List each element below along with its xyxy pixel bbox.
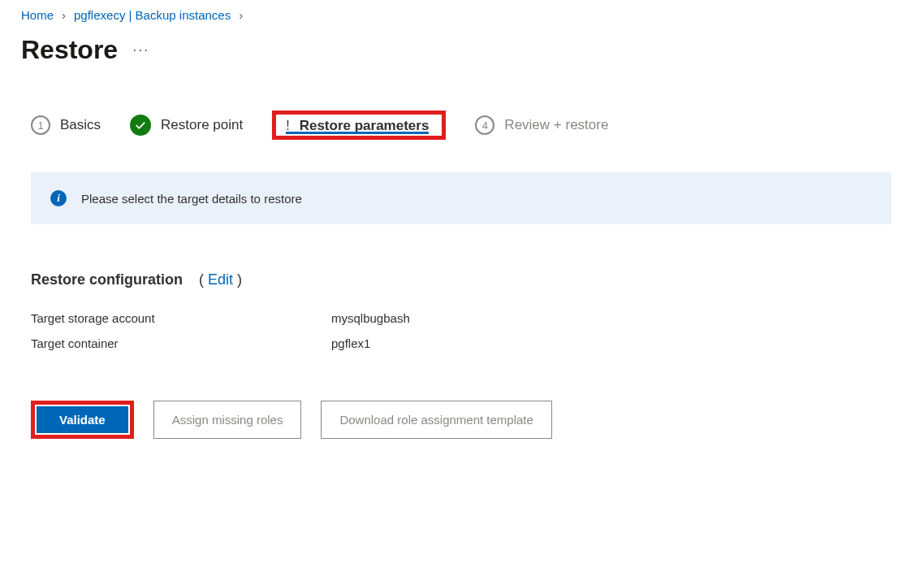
config-values: Target storage account mysqlbugbash Targ… xyxy=(31,288,924,350)
active-tab-indicator xyxy=(286,132,429,134)
info-banner: i Please select the target details to re… xyxy=(31,172,892,224)
section-heading: Restore configuration ( Edit ) xyxy=(31,271,924,288)
kv-value: pgflex1 xyxy=(331,336,656,350)
validate-button[interactable]: Validate xyxy=(37,406,128,433)
wizard-steps: 1 Basics Restore point ! Restore paramet… xyxy=(0,65,924,140)
step-number-icon: 1 xyxy=(31,115,50,135)
section-title: Restore configuration xyxy=(31,271,183,288)
validate-highlight: Validate xyxy=(31,401,134,439)
page-title: Restore xyxy=(21,35,118,65)
breadcrumb-resource[interactable]: pgflexecy | Backup instances xyxy=(74,8,231,22)
info-text: Please select the target details to rest… xyxy=(81,192,302,206)
step-label: Restore point xyxy=(161,117,243,133)
title-row: Restore ··· xyxy=(0,25,924,65)
step-restore-parameters[interactable]: ! Restore parameters xyxy=(272,111,446,140)
breadcrumb-home[interactable]: Home xyxy=(21,8,54,22)
step-basics[interactable]: 1 Basics xyxy=(31,115,101,135)
kv-key: Target storage account xyxy=(31,311,331,325)
restore-configuration-section: Restore configuration ( Edit ) Target st… xyxy=(0,224,924,350)
chevron-right-icon: › xyxy=(62,8,66,22)
step-label: Review + restore xyxy=(504,117,608,133)
info-icon: i xyxy=(50,190,67,206)
kv-key: Target container xyxy=(31,336,331,350)
edit-link[interactable]: Edit xyxy=(208,271,233,288)
checkmark-icon xyxy=(130,115,151,136)
paren-close: ) xyxy=(233,271,242,288)
more-button[interactable]: ··· xyxy=(132,41,149,59)
edit-wrapper: ( Edit ) xyxy=(199,271,242,288)
footer-buttons: Validate Assign missing roles Download r… xyxy=(0,350,924,439)
step-label: Basics xyxy=(60,117,101,133)
kv-value: mysqlbugbash xyxy=(331,311,656,325)
paren-open: ( xyxy=(199,271,208,288)
download-template-button[interactable]: Download role assignment template xyxy=(321,401,551,439)
assign-missing-roles-button[interactable]: Assign missing roles xyxy=(153,401,302,439)
step-review-restore: 4 Review + restore xyxy=(475,115,608,135)
step-restore-point[interactable]: Restore point xyxy=(130,115,243,136)
step-number-icon: 4 xyxy=(475,115,494,135)
chevron-right-icon: › xyxy=(239,8,243,22)
breadcrumb: Home › pgflexecy | Backup instances › xyxy=(0,0,924,25)
